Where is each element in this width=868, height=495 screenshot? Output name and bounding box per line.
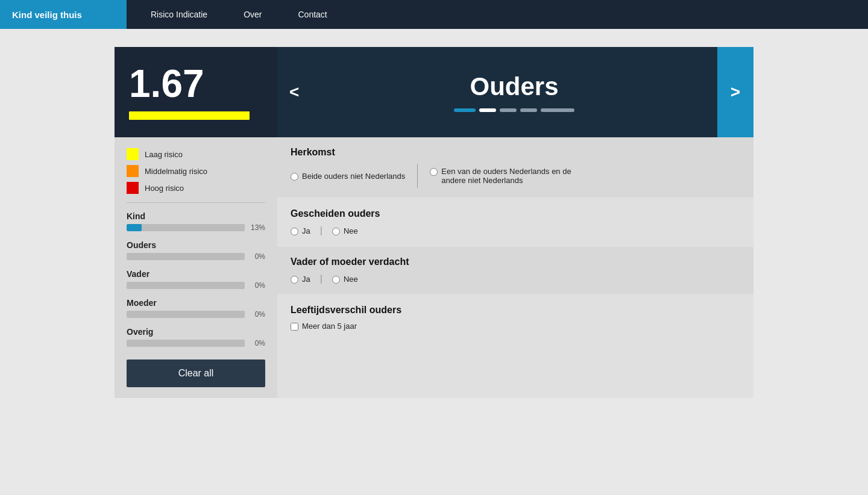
gescheiden-option-nee: Nee [332, 226, 358, 235]
question-herkomst-options: Beide ouders niet Nederlands Een van de … [291, 164, 740, 188]
herkomst-label-2: Een van de ouders Nederlands en de ander… [441, 167, 574, 185]
carousel-prev-button[interactable]: < [277, 47, 311, 137]
category-vader-label: Vader [127, 269, 265, 279]
dot-3[interactable] [500, 108, 517, 112]
category-vader: Vader 0% [127, 269, 265, 290]
category-kind-bar-fill [127, 224, 142, 231]
question-herkomst: Herkomst Beide ouders niet Nederlands Ee… [277, 137, 753, 198]
category-overig-pct: 0% [248, 339, 265, 347]
brand-logo: Kind veilig thuis [0, 0, 127, 29]
category-ouders-bar-row: 0% [127, 252, 265, 261]
brand-text: Kind veilig thuis [12, 10, 82, 20]
carousel-next-button[interactable]: > [717, 47, 753, 137]
category-moeder-bar-row: 0% [127, 310, 265, 319]
category-moeder: Moeder 0% [127, 298, 265, 319]
gescheiden-option-ja: Ja [291, 226, 310, 235]
carousel-dots [454, 108, 574, 112]
category-kind-pct: 13% [248, 223, 265, 232]
herkomst-divider [417, 164, 418, 188]
header-section: 1.67 < Ouders > [115, 47, 753, 137]
category-kind-label: Kind [127, 211, 265, 221]
nav-contact[interactable]: Contact [298, 10, 327, 19]
leeftijd-checkbox-1[interactable] [291, 323, 298, 331]
category-ouders-bar-bg [127, 253, 245, 260]
score-panel: 1.67 [115, 47, 277, 137]
legend-laag: Laag risico [127, 148, 265, 160]
body-section: Laag risico Middelmatig risico Hoog risi… [115, 137, 753, 398]
score-bar [129, 111, 250, 120]
left-panel: Laag risico Middelmatig risico Hoog risi… [115, 137, 277, 398]
category-overig-label: Overig [127, 327, 265, 337]
verdacht-label-nee: Nee [344, 275, 358, 284]
verdacht-radio-ja[interactable] [291, 276, 298, 284]
carousel-panel: < Ouders > [277, 47, 753, 137]
gescheiden-label-ja: Ja [302, 226, 310, 235]
legend-middelmatig: Middelmatig risico [127, 165, 265, 177]
question-leeftijd-options: Meer dan 5 jaar [291, 322, 740, 331]
question-herkomst-title: Herkomst [291, 147, 740, 158]
category-vader-pct: 0% [248, 281, 265, 290]
nav-links: Risico Indicatie Over Contact [127, 10, 351, 19]
herkomst-radio-1[interactable] [291, 173, 298, 181]
category-moeder-label: Moeder [127, 298, 265, 308]
category-ouders: Ouders 0% [127, 240, 265, 261]
question-verdacht-options: Ja | Nee [291, 273, 740, 284]
legend-color-laag [127, 148, 139, 160]
gescheiden-radio-nee[interactable] [332, 228, 340, 235]
category-kind-bar-bg [127, 224, 245, 231]
category-ouders-pct: 0% [248, 252, 265, 261]
nav-risico-indicatie[interactable]: Risico Indicatie [151, 10, 207, 19]
carousel-center: Ouders [311, 72, 717, 112]
category-moeder-bar-bg [127, 311, 245, 318]
score-number: 1.67 [129, 64, 263, 103]
dot-5[interactable] [541, 108, 574, 112]
question-gescheiden-options: Ja | Nee [291, 225, 740, 236]
question-gescheiden-title: Gescheiden ouders [291, 208, 740, 219]
divider [127, 202, 265, 203]
carousel-title: Ouders [470, 72, 558, 101]
question-verdacht: Vader of moeder verdacht Ja | Nee [277, 247, 753, 294]
legend-label-middelmatig: Middelmatig risico [145, 167, 207, 176]
category-kind: Kind 13% [127, 211, 265, 232]
verdacht-radio-nee[interactable] [332, 276, 340, 284]
question-leeftijd-title: Leeftijdsverschil ouders [291, 305, 740, 316]
navbar: Kind veilig thuis Risico Indicatie Over … [0, 0, 868, 29]
verdacht-option-ja: Ja [291, 275, 310, 284]
legend-label-hoog: Hoog risico [145, 184, 184, 193]
dot-2[interactable] [479, 108, 496, 112]
verdacht-separator: | [320, 273, 322, 284]
category-ouders-label: Ouders [127, 240, 265, 250]
category-kind-bar-row: 13% [127, 223, 265, 232]
clear-all-button[interactable]: Clear all [127, 360, 265, 387]
herkomst-radio-2[interactable] [430, 168, 438, 176]
verdacht-label-ja: Ja [302, 275, 310, 284]
verdacht-option-nee: Nee [332, 275, 358, 284]
herkomst-option-2: Een van de ouders Nederlands en de ander… [430, 167, 574, 185]
right-panel: Herkomst Beide ouders niet Nederlands Ee… [277, 137, 753, 398]
category-overig-bar-row: 0% [127, 339, 265, 347]
category-overig-bar-bg [127, 340, 245, 347]
category-overig: Overig 0% [127, 327, 265, 347]
page-wrapper: 1.67 < Ouders > La [115, 47, 753, 398]
question-gescheiden: Gescheiden ouders Ja | Nee [277, 199, 753, 246]
leeftijd-option-1: Meer dan 5 jaar [291, 322, 357, 331]
category-vader-bar-row: 0% [127, 281, 265, 290]
herkomst-option-1: Beide ouders niet Nederlands [291, 172, 405, 181]
nav-over[interactable]: Over [244, 10, 262, 19]
dot-1[interactable] [454, 108, 476, 112]
leeftijd-label-1: Meer dan 5 jaar [302, 322, 357, 331]
category-moeder-pct: 0% [248, 310, 265, 319]
gescheiden-label-nee: Nee [344, 226, 358, 235]
legend-label-laag: Laag risico [145, 150, 183, 159]
question-verdacht-title: Vader of moeder verdacht [291, 257, 740, 267]
legend-color-middelmatig [127, 165, 139, 177]
gescheiden-radio-ja[interactable] [291, 228, 298, 235]
legend-color-hoog [127, 182, 139, 194]
dot-4[interactable] [520, 108, 537, 112]
question-leeftijd: Leeftijdsverschil ouders Meer dan 5 jaar [277, 295, 753, 340]
gescheiden-separator: | [320, 225, 322, 236]
herkomst-label-1: Beide ouders niet Nederlands [302, 172, 405, 181]
category-vader-bar-bg [127, 282, 245, 289]
legend-hoog: Hoog risico [127, 182, 265, 194]
